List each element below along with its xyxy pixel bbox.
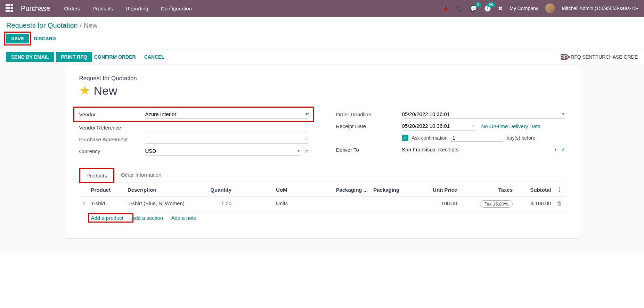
messages-icon[interactable]: 💬5 [470, 5, 477, 12]
bug-icon[interactable]: 🐞 [442, 5, 449, 12]
delete-row-icon[interactable]: 🗑 [557, 200, 562, 206]
vendor-external-link-icon[interactable]: ↗ [305, 111, 309, 117]
form-title-row: ★ New [79, 83, 565, 98]
menu-orders[interactable]: Orders [64, 6, 80, 11]
form-subtitle: Request for Quotation [79, 75, 565, 82]
th-packaging: Packaging [370, 183, 416, 197]
receipt-caret-icon[interactable]: ▼ [472, 124, 475, 128]
cell-uom[interactable]: Units [234, 197, 316, 211]
vendor-highlight: Vendor ▼ [73, 107, 314, 122]
cell-packaging[interactable] [370, 197, 416, 211]
ask-confirm-checkbox[interactable]: ✓ [402, 135, 408, 141]
cell-description[interactable]: T-shirt (Blue, S, Women) [125, 197, 195, 211]
breadcrumb: Requests for Quotation / New [6, 22, 638, 30]
agreement-caret-icon[interactable]: ▼ [305, 137, 308, 141]
table-kebab-icon[interactable]: ⋮ [557, 187, 562, 193]
save-button[interactable]: SAVE [6, 34, 29, 43]
activities-badge: 29 [487, 2, 495, 7]
deliver-to-row: Deliver To ▼ ↗ [336, 144, 565, 156]
user-menu[interactable]: Mitchell Admin (15695063-saas-15- [562, 6, 638, 11]
app-brand[interactable]: Purchase [21, 5, 50, 13]
status-rfq[interactable]: RFQ [561, 54, 571, 60]
action-bar: SEND BY EMAIL PRINT RFQ CONFIRM ORDER CA… [0, 49, 644, 65]
deliver-to-input[interactable] [402, 145, 551, 154]
save-highlight: SAVE [4, 32, 31, 45]
vendor-row: Vendor ▼ [79, 108, 308, 120]
product-table: Product Description Quantity UoM Packagi… [79, 183, 565, 224]
confirm-order-button[interactable]: CONFIRM ORDER [94, 54, 136, 60]
tools-icon[interactable]: ✖ [498, 5, 503, 12]
avatar[interactable] [545, 3, 555, 13]
deliver-to-external-link-icon[interactable]: ↗ [561, 147, 565, 152]
currency-label: Currency [79, 148, 145, 154]
discard-button[interactable]: DISCARD [34, 36, 56, 41]
th-taxes: Taxes [460, 183, 515, 197]
agreement-input[interactable] [145, 135, 301, 143]
agreement-row: Purchase Agreement ▼ [79, 133, 308, 145]
drag-handle-icon[interactable]: ⇅ [82, 201, 85, 206]
tax-pill[interactable]: Tax 15.00% [480, 200, 513, 208]
vendor-ref-input[interactable] [145, 123, 308, 132]
add-row: Add a product Add a section Add a note [79, 211, 565, 225]
currency-caret-icon[interactable]: ▼ [297, 149, 301, 153]
cell-subtotal: $ 100.00 [515, 197, 554, 211]
ontime-delivery-link[interactable]: No On-time Delivery Data [481, 123, 540, 129]
cell-product[interactable]: T-shirt [88, 197, 125, 211]
vendor-input[interactable] [145, 110, 301, 118]
cell-quantity[interactable]: 1.00 [195, 197, 234, 211]
menu-reporting[interactable]: Reporting [126, 6, 148, 11]
status-bar: RFQ RFQ SENT PURCHASE ORDE [561, 54, 638, 60]
deadline-label: Order Deadline [336, 111, 402, 117]
cancel-button[interactable]: CANCEL [144, 54, 164, 60]
th-description: Description [125, 183, 195, 197]
cell-unit-price[interactable]: 100.00 [416, 197, 460, 211]
deadline-row: Order Deadline ▼ [336, 108, 565, 120]
add-product-highlight: Add a product [88, 213, 133, 223]
add-note-link[interactable]: Add a note [171, 215, 197, 221]
breadcrumb-current: New [83, 22, 97, 29]
currency-external-link-icon[interactable]: ↗ [304, 148, 308, 154]
add-product-link[interactable]: Add a product [91, 215, 123, 221]
deliver-to-label: Deliver To [336, 147, 402, 153]
deliver-to-caret-icon[interactable]: ▼ [554, 148, 557, 151]
priority-star-icon[interactable]: ★ [79, 83, 90, 98]
menu-configuration[interactable]: Configuration [161, 6, 192, 11]
menu-products[interactable]: Products [92, 6, 113, 11]
breadcrumb-sep: / [80, 22, 83, 29]
th-unit-price: Unit Price [416, 183, 460, 197]
agreement-label: Purchase Agreement [79, 136, 145, 142]
cell-taxes[interactable]: Tax 15.00% [460, 197, 515, 211]
th-uom: UoM [234, 183, 316, 197]
cell-packaging-q[interactable] [316, 197, 370, 211]
days-before-label: day(s) before [507, 135, 535, 141]
vendor-ref-label: Vendor Reference [79, 125, 145, 131]
nav-right: 🐞 📞 💬5 🕐29 ✖ My Company Mitchell Admin (… [442, 3, 638, 13]
company-switcher[interactable]: My Company [510, 6, 538, 11]
currency-row: Currency ▼ ↗ [79, 145, 308, 157]
add-section-link[interactable]: Add a section [131, 215, 163, 221]
clock-icon[interactable]: 🕐29 [484, 5, 491, 12]
ask-confirm-row: ✓ Ask confirmation day(s) before [336, 132, 565, 144]
main-menu: Orders Products Reporting Configuration [64, 6, 192, 11]
receipt-input[interactable] [402, 122, 468, 130]
ask-confirm-days-input[interactable] [451, 134, 503, 142]
tab-products[interactable]: Products [79, 168, 114, 183]
print-rfq-button[interactable]: PRINT RFQ [56, 52, 92, 62]
send-email-button[interactable]: SEND BY EMAIL [6, 52, 54, 62]
table-row[interactable]: ⇅ T-shirt T-shirt (Blue, S, Women) 1.00 … [79, 197, 565, 211]
th-subtotal: Subtotal [515, 183, 554, 197]
tabs: Products Other Information [79, 168, 565, 183]
form-title: New [94, 84, 117, 98]
deadline-caret-icon[interactable]: ▼ [562, 112, 565, 116]
top-nav: Purchase Orders Products Reporting Confi… [0, 0, 644, 17]
receipt-label: Receipt Date [336, 123, 402, 129]
currency-input[interactable] [145, 147, 294, 155]
status-purchase-order[interactable]: PURCHASE ORDE [595, 54, 638, 60]
deadline-input[interactable] [402, 110, 558, 118]
breadcrumb-parent[interactable]: Requests for Quotation [6, 22, 78, 29]
tab-other-info[interactable]: Other Information [114, 168, 168, 183]
phone-icon[interactable]: 📞 [456, 5, 463, 12]
vendor-label: Vendor [79, 111, 145, 117]
apps-icon[interactable] [6, 4, 14, 13]
status-rfq-sent[interactable]: RFQ SENT [571, 54, 595, 60]
